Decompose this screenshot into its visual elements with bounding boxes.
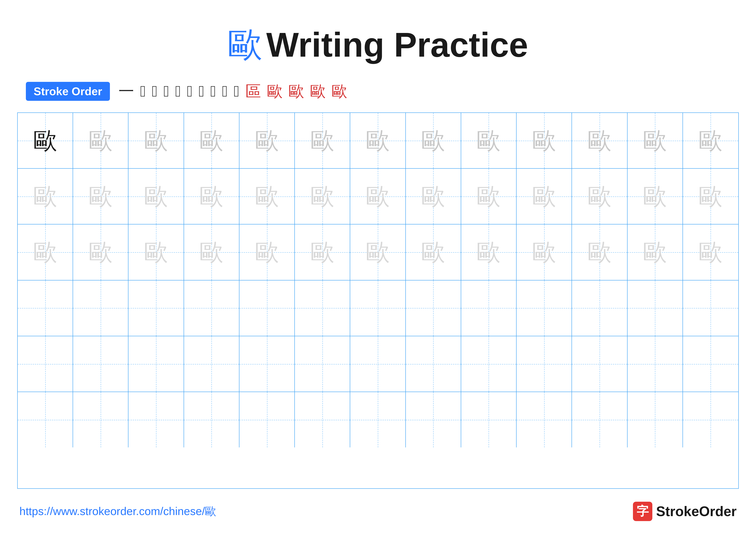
cell-5-10[interactable] — [517, 336, 572, 392]
cell-4-3[interactable] — [128, 280, 184, 336]
cell-3-11[interactable]: 歐 — [572, 224, 627, 280]
cell-2-7[interactable]: 歐 — [350, 169, 406, 224]
cell-3-5[interactable]: 歐 — [239, 224, 295, 280]
cell-3-7[interactable]: 歐 — [350, 224, 406, 280]
footer-url[interactable]: https://www.strokeorder.com/chinese/歐 — [19, 504, 216, 519]
cell-6-10[interactable] — [517, 392, 572, 447]
cell-5-8[interactable] — [406, 336, 461, 392]
cell-2-9[interactable]: 歐 — [461, 169, 517, 224]
cell-3-6[interactable]: 歐 — [295, 224, 350, 280]
cell-4-9[interactable] — [461, 280, 517, 336]
cell-1-9[interactable]: 歐 — [461, 113, 517, 168]
cell-3-1[interactable]: 歐 — [18, 224, 73, 280]
char-display: 歐 — [532, 129, 556, 153]
cell-6-7[interactable] — [350, 392, 406, 447]
char-display: 歐 — [588, 185, 611, 208]
cell-3-3[interactable]: 歐 — [128, 224, 184, 280]
cell-3-9[interactable]: 歐 — [461, 224, 517, 280]
title-char: 歐 — [228, 21, 262, 68]
stroke-order-row: Stroke Order 一 𠃌 𠄀 𠄁 𠄂 𠄃 𠄄 𠄅 𠄆 𠄇 區 歐 歐 歐… — [17, 81, 739, 102]
cell-1-6[interactable]: 歐 — [295, 113, 350, 168]
cell-2-2[interactable]: 歐 — [73, 169, 128, 224]
cell-6-1[interactable] — [18, 392, 73, 447]
cell-6-12[interactable] — [628, 392, 683, 447]
char-display: 歐 — [477, 129, 500, 153]
char-display: 歐 — [699, 241, 722, 264]
char-display: 歐 — [366, 185, 390, 208]
cell-5-11[interactable] — [572, 336, 627, 392]
brand-name: StrokeOrder — [656, 503, 737, 519]
cell-1-1[interactable]: 歐 — [18, 113, 73, 168]
cell-1-5[interactable]: 歐 — [239, 113, 295, 168]
char-display: 歐 — [200, 241, 223, 264]
cell-1-3[interactable]: 歐 — [128, 113, 184, 168]
cell-1-4[interactable]: 歐 — [184, 113, 239, 168]
cell-2-8[interactable]: 歐 — [406, 169, 461, 224]
cell-2-4[interactable]: 歐 — [184, 169, 239, 224]
cell-5-5[interactable] — [239, 336, 295, 392]
cell-2-6[interactable]: 歐 — [295, 169, 350, 224]
cell-3-2[interactable]: 歐 — [73, 224, 128, 280]
cell-2-1[interactable]: 歐 — [18, 169, 73, 224]
cell-4-1[interactable] — [18, 280, 73, 336]
cell-2-11[interactable]: 歐 — [572, 169, 627, 224]
cell-4-4[interactable] — [184, 280, 239, 336]
cell-1-12[interactable]: 歐 — [628, 113, 683, 168]
cell-2-13[interactable]: 歐 — [683, 169, 738, 224]
cell-3-4[interactable]: 歐 — [184, 224, 239, 280]
cell-5-3[interactable] — [128, 336, 184, 392]
cell-2-10[interactable]: 歐 — [517, 169, 572, 224]
cell-3-8[interactable]: 歐 — [406, 224, 461, 280]
char-display: 歐 — [366, 129, 390, 153]
cell-1-10[interactable]: 歐 — [517, 113, 572, 168]
cell-4-10[interactable] — [517, 280, 572, 336]
cell-3-13[interactable]: 歐 — [683, 224, 738, 280]
char-display: 歐 — [255, 129, 279, 153]
cell-3-12[interactable]: 歐 — [628, 224, 683, 280]
cell-4-12[interactable] — [628, 280, 683, 336]
cell-5-7[interactable] — [350, 336, 406, 392]
cell-4-5[interactable] — [239, 280, 295, 336]
cell-6-13[interactable] — [683, 392, 738, 447]
grid-row-4 — [18, 280, 738, 336]
cell-6-4[interactable] — [184, 392, 239, 447]
cell-6-2[interactable] — [73, 392, 128, 447]
cell-6-11[interactable] — [572, 392, 627, 447]
cell-3-10[interactable]: 歐 — [517, 224, 572, 280]
char-display: 歐 — [421, 241, 445, 264]
cell-2-5[interactable]: 歐 — [239, 169, 295, 224]
cell-4-6[interactable] — [295, 280, 350, 336]
char-display: 歐 — [310, 185, 334, 208]
cell-2-12[interactable]: 歐 — [628, 169, 683, 224]
cell-5-12[interactable] — [628, 336, 683, 392]
cell-4-2[interactable] — [73, 280, 128, 336]
cell-4-13[interactable] — [683, 280, 738, 336]
cell-5-1[interactable] — [18, 336, 73, 392]
cell-2-3[interactable]: 歐 — [128, 169, 184, 224]
char-display: 歐 — [310, 129, 334, 153]
cell-4-11[interactable] — [572, 280, 627, 336]
char-display: 歐 — [89, 185, 113, 208]
cell-5-2[interactable] — [73, 336, 128, 392]
cell-6-9[interactable] — [461, 392, 517, 447]
cell-6-6[interactable] — [295, 392, 350, 447]
cell-1-8[interactable]: 歐 — [406, 113, 461, 168]
cell-6-5[interactable] — [239, 392, 295, 447]
char-display: 歐 — [588, 241, 611, 264]
char-display: 歐 — [421, 129, 445, 153]
char-display: 歐 — [255, 185, 279, 208]
cell-4-7[interactable] — [350, 280, 406, 336]
cell-5-6[interactable] — [295, 336, 350, 392]
cell-6-8[interactable] — [406, 392, 461, 447]
cell-6-3[interactable] — [128, 392, 184, 447]
cell-1-2[interactable]: 歐 — [73, 113, 128, 168]
title-area: 歐 Writing Practice — [228, 21, 528, 68]
cell-1-7[interactable]: 歐 — [350, 113, 406, 168]
cell-5-9[interactable] — [461, 336, 517, 392]
cell-1-13[interactable]: 歐 — [683, 113, 738, 168]
cell-4-8[interactable] — [406, 280, 461, 336]
cell-5-4[interactable] — [184, 336, 239, 392]
cell-5-13[interactable] — [683, 336, 738, 392]
char-display: 歐 — [588, 129, 611, 153]
cell-1-11[interactable]: 歐 — [572, 113, 627, 168]
